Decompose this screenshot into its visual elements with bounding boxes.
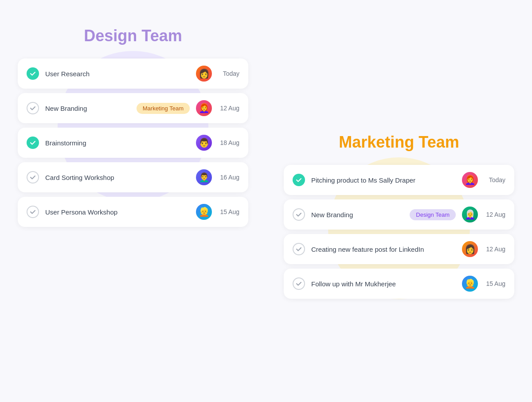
task-date: Today bbox=[484, 176, 505, 183]
design-task-list: User Research👩Today New BrandingMarketin… bbox=[18, 59, 248, 227]
task-date: Today bbox=[218, 70, 239, 77]
unchecked-icon[interactable] bbox=[293, 243, 305, 255]
task-name: User Research bbox=[45, 70, 190, 78]
task-card[interactable]: User Research👩Today bbox=[18, 59, 248, 89]
unchecked-icon[interactable] bbox=[293, 277, 305, 290]
task-date: 15 Aug bbox=[218, 208, 239, 215]
task-name: New Branding bbox=[45, 105, 130, 112]
avatar: 👨 bbox=[196, 135, 212, 151]
unchecked-icon[interactable] bbox=[27, 171, 39, 183]
task-tag: Design Team bbox=[410, 209, 456, 220]
checked-icon[interactable] bbox=[293, 174, 305, 186]
avatar: 👩‍🦳 bbox=[462, 207, 478, 222]
task-name: Creating new feature post for LinkedIn bbox=[311, 246, 456, 253]
avatar: 👩 bbox=[462, 241, 478, 257]
avatar: 👱 bbox=[196, 204, 212, 220]
marketing-team-panel: Marketing Team Pitching product to Ms Sa… bbox=[284, 133, 514, 299]
task-date: 15 Aug bbox=[484, 280, 505, 287]
task-card[interactable]: New BrandingDesign Team👩‍🦳12 Aug bbox=[284, 199, 514, 230]
unchecked-icon[interactable] bbox=[27, 206, 39, 218]
avatar: 👩‍🦰 bbox=[462, 172, 478, 188]
unchecked-icon[interactable] bbox=[27, 102, 39, 114]
task-date: 12 Aug bbox=[218, 105, 239, 112]
task-name: Pitching product to Ms Sally Draper bbox=[311, 176, 456, 184]
task-card[interactable]: Pitching product to Ms Sally Draper👩‍🦰To… bbox=[284, 165, 514, 195]
task-name: Follow up with Mr Mukherjee bbox=[311, 280, 456, 288]
avatar: 👱 bbox=[462, 276, 478, 292]
checked-icon[interactable] bbox=[27, 67, 39, 80]
unchecked-icon[interactable] bbox=[293, 208, 305, 221]
task-date: 12 Aug bbox=[484, 211, 505, 218]
task-date: 18 Aug bbox=[218, 139, 239, 146]
task-name: User Persona Workshop bbox=[45, 208, 190, 216]
task-card[interactable]: New BrandingMarketing Team👩‍🦰12 Aug bbox=[18, 93, 248, 123]
checked-icon[interactable] bbox=[27, 137, 39, 149]
task-date: 16 Aug bbox=[218, 174, 239, 181]
task-date: 12 Aug bbox=[484, 246, 505, 253]
task-card[interactable]: Creating new feature post for LinkedIn👩1… bbox=[284, 234, 514, 264]
task-name: Card Sorting Workshop bbox=[45, 174, 190, 181]
task-card[interactable]: Brainstorming👨18 Aug bbox=[18, 128, 248, 158]
task-name: Brainstorming bbox=[45, 139, 190, 147]
task-card[interactable]: Card Sorting Workshop👨‍🦱16 Aug bbox=[18, 162, 248, 192]
marketing-task-list: Pitching product to Ms Sally Draper👩‍🦰To… bbox=[284, 165, 514, 299]
page-container: Design Team User Research👩Today New Bran… bbox=[0, 0, 532, 402]
avatar: 👨‍🦱 bbox=[196, 169, 212, 185]
task-name: New Branding bbox=[311, 211, 403, 219]
design-team-panel: Design Team User Research👩Today New Bran… bbox=[18, 27, 248, 227]
marketing-team-title: Marketing Team bbox=[339, 133, 459, 152]
task-tag: Marketing Team bbox=[137, 103, 190, 114]
task-card[interactable]: Follow up with Mr Mukherjee👱15 Aug bbox=[284, 269, 514, 299]
avatar: 👩 bbox=[196, 66, 212, 82]
avatar: 👩‍🦰 bbox=[196, 100, 212, 116]
design-team-title: Design Team bbox=[84, 27, 182, 45]
task-card[interactable]: User Persona Workshop👱15 Aug bbox=[18, 197, 248, 227]
